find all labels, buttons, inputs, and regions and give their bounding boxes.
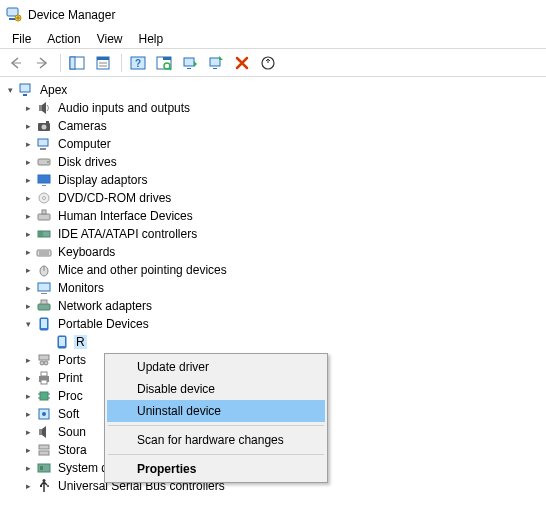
hid-icon [36, 208, 52, 224]
collapse-icon[interactable]: ▾ [2, 85, 18, 95]
portable-icon [36, 316, 52, 332]
svg-rect-18 [187, 68, 191, 69]
help-button[interactable]: ? [126, 51, 150, 75]
context-menu-item[interactable]: Disable device [107, 378, 325, 400]
svg-rect-53 [59, 337, 65, 346]
expand-icon[interactable]: ▸ [20, 103, 36, 113]
titlebar: Device Manager [0, 0, 546, 30]
tree-node-label: Apex [38, 83, 69, 97]
expand-icon[interactable]: ▸ [20, 121, 36, 131]
svg-rect-47 [41, 293, 47, 294]
tree-category-mouse[interactable]: ▸ Mice and other pointing devices [2, 261, 542, 279]
expand-icon[interactable]: ▸ [20, 139, 36, 149]
svg-rect-28 [38, 139, 48, 146]
tree-node-label: Stora [56, 443, 89, 457]
tree-category-ide[interactable]: ▸ IDE ATA/ATAPI controllers [2, 225, 542, 243]
tree-category-display[interactable]: ▸ Display adaptors [2, 171, 542, 189]
menu-view[interactable]: View [89, 31, 131, 47]
tree-category-portable[interactable]: ▾ Portable Devices [2, 315, 542, 333]
app-icon [6, 6, 22, 25]
mouse-icon [36, 262, 52, 278]
enable-button[interactable] [204, 51, 228, 75]
device-tree[interactable]: ▾ Apex ▸ Audio inputs and outputs ▸ Came… [0, 77, 546, 505]
uninstall-button[interactable] [230, 51, 254, 75]
keyboard-icon [36, 244, 52, 260]
expand-icon[interactable]: ▸ [20, 265, 36, 275]
tree-category-computer[interactable]: ▸ Computer [2, 135, 542, 153]
svg-point-26 [42, 125, 47, 130]
tree-node-label: Soun [56, 425, 88, 439]
expand-icon[interactable]: ▸ [20, 175, 36, 185]
options-button[interactable] [256, 51, 280, 75]
svg-rect-23 [23, 94, 27, 96]
menu-file[interactable]: File [4, 31, 39, 47]
expand-icon[interactable]: ▸ [20, 193, 36, 203]
tree-category-hid[interactable]: ▸ Human Interface Devices [2, 207, 542, 225]
tree-category-monitor[interactable]: ▸ Monitors [2, 279, 542, 297]
svg-rect-67 [39, 429, 42, 435]
tree-node-label: Print [56, 371, 85, 385]
context-menu-separator [108, 425, 324, 426]
scan-button[interactable] [152, 51, 176, 75]
forward-button[interactable] [30, 51, 54, 75]
tree-node-label: IDE ATA/ATAPI controllers [56, 227, 199, 241]
back-button[interactable] [4, 51, 28, 75]
svg-rect-68 [39, 445, 49, 449]
usb-icon [36, 478, 52, 494]
expand-icon[interactable]: ▸ [20, 409, 36, 419]
svg-rect-20 [213, 68, 217, 69]
svg-rect-60 [40, 392, 48, 400]
tree-category-keyboard[interactable]: ▸ Keyboards [2, 243, 542, 261]
expand-icon[interactable]: ▸ [20, 445, 36, 455]
svg-rect-17 [184, 58, 194, 66]
expand-icon[interactable]: ▸ [20, 355, 36, 365]
menu-action[interactable]: Action [39, 31, 88, 47]
expand-icon[interactable]: ▸ [20, 157, 36, 167]
expand-icon[interactable]: ▸ [20, 229, 36, 239]
tree-node-label: Mice and other pointing devices [56, 263, 229, 277]
expand-icon[interactable]: ▸ [20, 301, 36, 311]
expand-icon[interactable]: ▸ [20, 427, 36, 437]
context-menu-item[interactable]: Update driver [107, 356, 325, 378]
expand-icon[interactable]: ▸ [20, 283, 36, 293]
tree-node-label: Soft [56, 407, 81, 421]
expand-icon[interactable]: ▸ [20, 391, 36, 401]
expand-icon[interactable]: ▸ [20, 481, 36, 491]
tree-node-label: DVD/CD-ROM drives [56, 191, 173, 205]
tree-device-item[interactable]: R [2, 333, 542, 351]
svg-text:?: ? [135, 58, 141, 69]
expand-icon[interactable]: ▸ [20, 211, 36, 221]
svg-rect-49 [41, 300, 47, 304]
collapse-icon[interactable]: ▾ [20, 319, 36, 329]
tree-category-speaker[interactable]: ▸ Audio inputs and outputs [2, 99, 542, 117]
window-title: Device Manager [28, 8, 115, 22]
svg-rect-24 [39, 105, 42, 111]
expand-icon[interactable]: ▸ [20, 373, 36, 383]
disk-icon [36, 154, 52, 170]
svg-rect-36 [38, 214, 50, 220]
context-menu-item[interactable]: Uninstall device [107, 400, 325, 422]
svg-rect-14 [163, 57, 171, 60]
context-menu-item[interactable]: Properties [107, 458, 325, 480]
svg-rect-4 [16, 17, 20, 18]
ports-icon [36, 352, 52, 368]
context-menu-item[interactable]: Scan for hardware changes [107, 429, 325, 451]
expand-icon[interactable]: ▸ [20, 463, 36, 473]
tree-root-node[interactable]: ▾ Apex [2, 81, 542, 99]
tree-category-camera[interactable]: ▸ Cameras [2, 117, 542, 135]
show-tree-button[interactable] [65, 51, 89, 75]
tree-category-disk[interactable]: ▸ Disk drives [2, 153, 542, 171]
menu-help[interactable]: Help [131, 31, 172, 47]
properties-button[interactable] [91, 51, 115, 75]
tree-category-cd[interactable]: ▸ DVD/CD-ROM drives [2, 189, 542, 207]
update-driver-button[interactable] [178, 51, 202, 75]
network-icon [36, 298, 52, 314]
context-menu-separator [108, 454, 324, 455]
tree-node-label: Keyboards [56, 245, 117, 259]
tree-node-label: Display adaptors [56, 173, 149, 187]
tree-category-network[interactable]: ▸ Network adapters [2, 297, 542, 315]
processor-icon [36, 388, 52, 404]
expand-icon[interactable]: ▸ [20, 247, 36, 257]
svg-rect-71 [40, 466, 43, 470]
toolbar: ? [0, 49, 546, 77]
